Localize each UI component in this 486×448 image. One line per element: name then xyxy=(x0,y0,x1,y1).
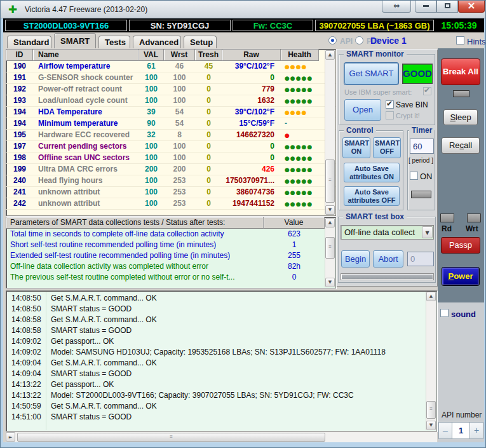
param-row[interactable]: Short self-test routine recommended poll… xyxy=(6,240,335,250)
scroll-up-icon[interactable]: ▲ xyxy=(325,218,335,227)
params-scrollbar[interactable]: ▲ ≡ ▼ xyxy=(325,218,335,287)
test-progress-field[interactable] xyxy=(407,252,434,266)
write-led xyxy=(467,214,481,222)
smart-attribute-row[interactable]: 194 HDA Temperature 39 54 0 39°C/102°F ●… xyxy=(6,107,335,118)
tab-smart[interactable]: SMART xyxy=(54,33,96,48)
begin-button[interactable]: Begin xyxy=(341,250,370,268)
smart-attribute-row[interactable]: 199 Ultra DMA CRC errors 200 200 0 426 ●… xyxy=(6,164,335,175)
sleep-button[interactable]: Sleep xyxy=(443,109,478,125)
chevron-down-icon[interactable]: ▼ xyxy=(422,226,433,238)
title-bar[interactable]: ✚ Victoria 4.47 Freeware (2013-02-20) ⇔ … xyxy=(1,1,486,18)
get-smart-button[interactable]: Get SMART xyxy=(344,63,398,85)
read-led xyxy=(440,214,454,222)
minimize-button[interactable] xyxy=(415,1,436,13)
smart-attribute-row[interactable]: 240 Head flying hours 100 253 0 17503709… xyxy=(6,175,335,187)
passp-button[interactable]: Passp xyxy=(441,237,480,254)
smart-monitor-title: SMART monitor xyxy=(344,50,407,58)
smart-attribute-row[interactable]: 197 Current pending sectors 100 100 0 0 … xyxy=(6,141,335,153)
maximize-button[interactable] xyxy=(436,1,458,13)
smart-attribute-row[interactable]: 190 Airflow temperature 61 46 45 39°C/10… xyxy=(6,61,335,72)
smart-attribute-row[interactable]: 198 Offline scan UNC sectors 100 100 0 0… xyxy=(6,153,335,164)
open-bin-button[interactable]: Open BIN xyxy=(344,99,381,121)
hints-checkbox[interactable] xyxy=(456,36,464,44)
health-dots: ●●●● xyxy=(285,109,307,116)
col-wrst[interactable]: Wrst xyxy=(164,50,195,61)
scroll-down-icon[interactable]: ▼ xyxy=(426,421,436,430)
drive-model[interactable]: ST2000DL003-9VT166 xyxy=(5,20,127,31)
col-health[interactable]: Health xyxy=(281,50,319,61)
api-minus-button[interactable]: – xyxy=(438,422,452,439)
col-id[interactable]: ID xyxy=(6,50,33,61)
smart-attribute-row[interactable]: 194 Minimum temperature 90 54 0 15°C/59°… xyxy=(6,118,335,130)
smart-attribute-row[interactable]: 241 unknown attribut 100 253 0 386074736… xyxy=(6,187,335,198)
scroll-thumb[interactable]: ≡ xyxy=(325,160,335,203)
api-plus-button[interactable]: + xyxy=(469,422,483,439)
smart-test-box-title: SMART test box xyxy=(343,212,407,221)
param-row[interactable]: Extended self-test routine recommended p… xyxy=(6,250,335,261)
sound-checkbox[interactable] xyxy=(440,309,449,317)
col-tresh[interactable]: Tresh xyxy=(195,50,222,61)
param-row[interactable]: Off-line data collection activity was co… xyxy=(6,261,335,272)
abort-button[interactable]: Abort xyxy=(373,250,403,268)
ibm-super-smart-label: Use IBM super smart: xyxy=(344,88,412,96)
pio-radio[interactable] xyxy=(355,36,363,44)
log-scrollbar[interactable]: ▲ ≡ ▼ xyxy=(426,292,436,430)
autosave-on-button[interactable]: Auto Save attributes ON xyxy=(344,163,400,182)
maximize-icon xyxy=(445,3,450,8)
log-horizontal-scrollbar[interactable]: ◄ ≡ ► xyxy=(6,431,437,442)
save-bin-checkbox[interactable] xyxy=(386,100,394,109)
col-raw[interactable]: Raw xyxy=(222,50,281,61)
smart-attribute-row[interactable]: 242 unknown attribut 100 253 0 194744115… xyxy=(6,198,335,210)
col-val[interactable]: VAL xyxy=(138,50,164,61)
scroll-up-icon[interactable]: ▲ xyxy=(325,50,335,60)
minimize-icon xyxy=(423,5,429,7)
smart-off-button[interactable]: SMART OFF xyxy=(373,137,401,158)
tab-strip: Standard SMART Tests Advanced Setup API … xyxy=(3,32,484,48)
drive-serial[interactable]: SN: 5YD91CGJ xyxy=(129,20,231,31)
geometry-button[interactable]: ⇔ xyxy=(382,1,411,13)
smart-table-body: 190 Airflow temperature 61 46 45 39°C/10… xyxy=(6,61,335,210)
close-button[interactable]: × xyxy=(458,1,485,13)
log-line: 14:51:00 SMART status = GOOD xyxy=(6,412,436,423)
drive-firmware[interactable]: Fw: CC3C xyxy=(233,20,313,31)
health-dots: ● xyxy=(285,132,290,139)
smart-attribute-row[interactable]: 192 Power-off retract count 100 100 0 77… xyxy=(6,84,335,95)
scroll-thumb[interactable]: ≡ xyxy=(325,237,335,259)
tab-advanced[interactable]: Advanced xyxy=(133,36,181,48)
tab-tests[interactable]: Tests xyxy=(98,36,130,48)
scroll-thumb[interactable]: ≡ xyxy=(426,401,436,419)
health-dots: ●●●●● xyxy=(285,155,313,161)
scroll-down-icon[interactable]: ▼ xyxy=(325,278,335,287)
scroll-down-icon[interactable]: ▼ xyxy=(325,205,335,215)
power-button[interactable]: Power xyxy=(442,268,479,285)
test-type-dropdown[interactable]: Off-line data collect ▼ xyxy=(341,225,434,240)
tab-standard[interactable]: Standard xyxy=(7,36,51,48)
smart-table-scrollbar[interactable]: ▲ ≡ ▼ xyxy=(325,50,335,215)
scroll-thumb[interactable]: ≡ xyxy=(17,433,325,442)
autosave-off-button[interactable]: Auto Save attributes OFF xyxy=(344,186,400,206)
param-row[interactable]: The previous self-test routine completed… xyxy=(6,272,335,283)
timer-title: Timer xyxy=(409,126,435,135)
tab-setup[interactable]: Setup xyxy=(184,36,217,48)
log-panel: 14:08:50 Get S.M.A.R.T. command... OK 14… xyxy=(6,290,437,431)
smart-on-button[interactable]: SMART ON xyxy=(342,137,370,158)
break-all-button[interactable]: Break All xyxy=(441,58,480,85)
col-name[interactable]: Name xyxy=(33,50,138,61)
log-body: 14:08:50 Get S.M.A.R.T. command... OK 14… xyxy=(6,293,436,423)
clock: 15:05:39 xyxy=(436,20,482,31)
scroll-right-icon[interactable]: ► xyxy=(6,432,15,442)
log-line: 14:09:02 Get passport... OK xyxy=(6,336,436,347)
smart-attribute-row[interactable]: 193 Load/unload cycle count 100 100 0 16… xyxy=(6,95,335,107)
scroll-up-icon[interactable]: ▲ xyxy=(426,292,436,301)
log-line: 14:13:22 Get passport... OK xyxy=(6,379,436,390)
smart-attribute-row[interactable]: 191 G-SENSOR shock counter 100 100 0 0 ●… xyxy=(6,72,335,84)
param-row[interactable]: Total time in seconds to complete off-li… xyxy=(6,229,335,240)
drive-capacity[interactable]: 3907027055 LBA (~1863 GB) xyxy=(315,20,434,31)
timer-period-input[interactable] xyxy=(410,139,434,154)
api-radio[interactable] xyxy=(328,36,337,44)
smart-attribute-row[interactable]: 195 Hardware ECC recovered 32 8 0 146627… xyxy=(6,130,335,141)
timer-on-checkbox[interactable] xyxy=(410,172,418,180)
log-line: 14:13:22 Model: ST2000DL003-9VT166; Capa… xyxy=(6,390,436,401)
crypt-checkbox xyxy=(386,111,394,119)
recall-button[interactable]: Recall xyxy=(442,137,480,154)
